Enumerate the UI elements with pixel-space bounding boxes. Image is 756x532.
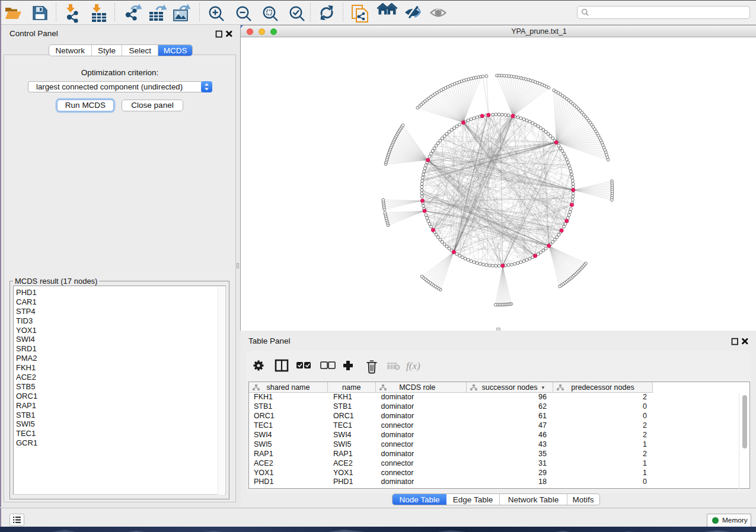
svg-text:f(x): f(x) bbox=[406, 360, 420, 371]
